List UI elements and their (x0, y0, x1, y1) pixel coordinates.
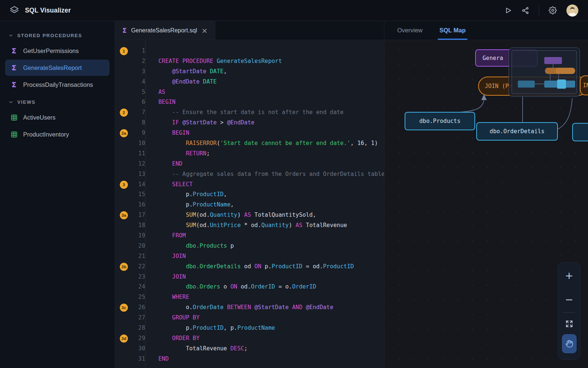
code-line: 3d29 ORDER BY (115, 333, 384, 344)
editor-tab-label: GenerateSalesReport.sql (131, 27, 197, 34)
annotation-badge[interactable]: 3c (120, 304, 128, 312)
topbar-divider (539, 6, 539, 15)
line-number: 7 (133, 107, 145, 118)
sidebar-item-label: GetUserPermissions (23, 47, 79, 54)
code-text: WHERE (145, 292, 384, 302)
code-line: 24 dbo.Orders o ON od.OrderID = o.OrderI… (115, 282, 384, 292)
sql-map-canvas[interactable]: GeneraJOIN (PrINdbo.Productsdbo.OrderDet… (384, 40, 588, 368)
code-line: 3 @StartDate DATE, (115, 67, 384, 77)
sidebar-item-label: GenerateSalesReport (23, 64, 82, 71)
sidebar-item-productinventory[interactable]: ProductInventory (5, 126, 110, 142)
sidebar-item-label: ProductInventory (23, 131, 69, 138)
diagram-node-products[interactable]: dbo.Products (405, 112, 475, 130)
node-label: IN (583, 82, 588, 89)
annotation-badge[interactable]: 3b (120, 263, 128, 271)
code-text: END (145, 159, 384, 169)
code-text: SUM(od.UnitPrice * od.Quantity) AS Total… (145, 220, 384, 231)
sidebar-section-stored-procedures: STORED PROCEDURESΣGetUserPermissionsΣGen… (5, 33, 110, 93)
code-line: 8 IF @StartDate > @EndDate (115, 118, 384, 128)
chevron-down-icon (8, 99, 14, 105)
line-number: 29 (133, 333, 145, 344)
minimap-node-procedure (544, 57, 562, 64)
code-line: 15 p.ProductID, (115, 190, 384, 200)
line-number: 18 (133, 220, 145, 231)
annotation-badge[interactable]: 2a (120, 129, 128, 137)
code-text: dbo.Products p (145, 241, 384, 251)
topbar: SQL Visualizer (0, 0, 588, 21)
code-line: 3a17 SUM(od.Quantity) AS TotalQuantitySo… (115, 210, 384, 220)
code-text: AS (145, 87, 384, 98)
gutter-badge-col: 3d (115, 335, 133, 343)
code-text: SUM(od.Quantity) AS TotalQuantitySold, (145, 210, 384, 220)
code-text: JOIN (145, 251, 384, 262)
sidebar-item-generatesalesreport[interactable]: ΣGenerateSalesReport (5, 60, 110, 76)
sigma-icon: Σ (122, 27, 127, 34)
diagram-node-table-3[interactable] (572, 123, 588, 141)
run-button[interactable] (504, 7, 512, 14)
code-line: 2CREATE PROCEDURE GenerateSalesReport (115, 56, 384, 67)
code-text: CREATE PROCEDURE GenerateSalesReport (145, 56, 384, 67)
code-text: p.ProductID, p.ProductName (145, 323, 384, 333)
tab-overview[interactable]: Overview (397, 21, 423, 40)
fit-view-button maximize-icon[interactable] (565, 320, 573, 328)
annotation-badge[interactable]: 1 (120, 47, 128, 55)
close-icon[interactable]: × (201, 27, 208, 34)
section-header-stored-procedures[interactable]: STORED PROCEDURES (8, 33, 107, 38)
line-number: 22 (133, 262, 145, 272)
line-number: 12 (133, 159, 145, 169)
editor-tab-generatesalesreport[interactable]: Σ GenerateSalesReport.sql × (115, 21, 215, 40)
code-line: 25 WHERE (115, 292, 384, 302)
line-number: 23 (133, 272, 145, 282)
annotation-badge[interactable]: 2 (120, 109, 128, 117)
sidebar-item-activeusers[interactable]: ActiveUsers (5, 109, 110, 125)
section-header-views[interactable]: VIEWS (8, 99, 107, 105)
zoom-in-button[interactable]: + (563, 270, 576, 281)
table-grid-icon (10, 114, 18, 121)
pan-tool-button hand-icon[interactable] (562, 334, 577, 353)
code-text: o.OrderDate BETWEEN @StartDate AND @EndD… (145, 302, 384, 313)
sidebar-sections: STORED PROCEDURESΣGetUserPermissionsΣGen… (5, 33, 110, 142)
line-number: 13 (133, 169, 145, 180)
code-line: 27 GROUP BY (115, 313, 384, 323)
sql-editor: Σ GenerateSalesReport.sql × 112CREATE PR… (115, 21, 384, 368)
tab-label: SQL Map (440, 27, 466, 34)
sidebar-item-getuserpermissions[interactable]: ΣGetUserPermissions (5, 43, 110, 59)
line-number: 6 (133, 97, 145, 107)
code-text: END (145, 354, 384, 364)
diagram-node-order-details[interactable]: dbo.OrderDetails (476, 122, 558, 141)
line-number: 17 (133, 210, 145, 220)
line-number: 19 (133, 231, 145, 241)
line-number: 15 (133, 190, 145, 200)
chevron-down-icon (8, 33, 14, 38)
line-number: 2 (133, 56, 145, 67)
tab-sql-map[interactable]: SQL Map (440, 21, 466, 40)
line-number: 16 (133, 200, 145, 210)
code-text: TotalRevenue DESC; (145, 344, 384, 354)
line-number: 9 (133, 128, 145, 138)
line-number: 1 (133, 46, 145, 56)
minimap-node-table-left (518, 81, 535, 88)
annotation-badge[interactable]: 3a (120, 211, 128, 219)
code-line: 28 p.ProductID, p.ProductName (115, 323, 384, 333)
code-line: 11 (115, 46, 384, 56)
sidebar-item-label: ProcessDailyTransactions (23, 81, 93, 88)
sidebar-item-processdailytransactions[interactable]: ΣProcessDailyTransactions (5, 77, 110, 93)
code-text: RETURN; (145, 149, 384, 159)
minimap[interactable] (509, 47, 580, 97)
diagram-node-join-2[interactable]: IN (580, 75, 588, 95)
annotation-badge[interactable]: 3d (120, 335, 128, 343)
right-panel: OverviewSQL Map GeneraJOIN (PrINdbo.Prod… (384, 21, 588, 368)
line-number: 3 (133, 67, 145, 77)
zoom-controls: + − (558, 262, 580, 360)
code-line: 4 @EndDate DATE (115, 77, 384, 87)
share-button[interactable] (521, 7, 529, 14)
code-text: dbo.Orders o ON od.OrderID = o.OrderID (145, 282, 384, 292)
settings-gear-button[interactable] (549, 6, 557, 14)
code-line: 11 RETURN; (115, 149, 384, 159)
user-avatar[interactable] (566, 4, 578, 17)
annotation-badge[interactable]: 3 (120, 181, 128, 189)
zoom-out-button[interactable]: − (563, 294, 576, 305)
code-line: 13 -- Aggregate sales data from the Orde… (115, 169, 384, 180)
sigma-icon: Σ (10, 64, 18, 72)
editor-tabstrip: Σ GenerateSalesReport.sql × (115, 21, 384, 40)
